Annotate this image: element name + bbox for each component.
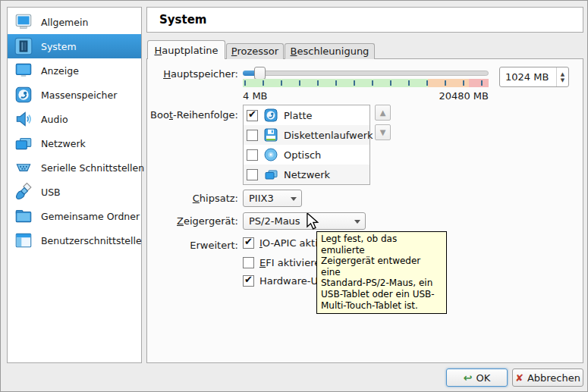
chipset-value: PIIX3	[249, 193, 274, 204]
arrow-down-icon: ▼	[380, 128, 386, 136]
sidebar-item-label: Gemeinsame Ordner	[41, 211, 140, 222]
memory-scale	[243, 79, 489, 87]
efi-checkbox[interactable]	[243, 257, 254, 268]
arrow-up-icon: ▲	[380, 108, 386, 117]
pointing-device-dropdown[interactable]: PS/2-Maus	[243, 212, 366, 230]
sidebar-item-label: Anzeige	[41, 65, 79, 77]
sidebar-item-label: Netzwerk	[41, 138, 86, 149]
spin-down-icon[interactable]: ▼	[557, 77, 568, 83]
cancel-button[interactable]: ✘ Abbrechen	[512, 368, 583, 387]
tab-beschleunigung[interactable]: Beschleunigung	[285, 43, 375, 59]
cancel-x-icon: ✘	[515, 372, 524, 384]
page-title: System	[159, 13, 206, 27]
pointing-device-label: Zeigergerät:	[147, 215, 238, 227]
boot-item-diskettenlaufwerk[interactable]: Diskettenlaufwerk	[244, 125, 369, 145]
sidebar-item-anzeige[interactable]: Anzeige	[8, 58, 141, 83]
chipset-dropdown[interactable]: PIIX3	[243, 190, 302, 207]
cancel-button-label: Abbrechen	[527, 372, 580, 384]
memory-spinbox[interactable]: 1024 MB ▲▼	[499, 67, 569, 87]
general-icon	[14, 12, 33, 32]
advanced-label: Erweitert:	[147, 240, 238, 251]
sidebar-item-label: Serielle Schnittstellen	[41, 162, 144, 174]
user-interface-icon	[14, 230, 33, 250]
sidebar-item-label: System	[41, 41, 77, 52]
sidebar-item-benutzerschnittstelle[interactable]: Benutzerschnittstelle	[8, 228, 141, 252]
hardware-clock-checkbox[interactable]	[243, 275, 254, 287]
pointing-device-value: PS/2-Maus	[249, 215, 300, 227]
boot-move-up-button[interactable]: ▲	[375, 105, 391, 121]
network-icon	[263, 167, 278, 182]
io-apic-checkbox[interactable]	[243, 237, 254, 249]
tab-prozessor[interactable]: Prozessor	[226, 43, 284, 59]
chipset-label: Chipsatz:	[147, 193, 238, 204]
boot-item-optisch[interactable]: Optisch	[244, 145, 369, 165]
memory-spin-buttons[interactable]: ▲▼	[556, 67, 568, 86]
scale-ticks	[244, 80, 487, 86]
mouse-cursor-icon	[306, 213, 321, 230]
pointing-device-tooltip: Legt fest, ob das emulierte Zeigergerät …	[316, 231, 447, 314]
memory-label: Hauptspeicher:	[147, 68, 238, 80]
sidebar-item-label: Audio	[41, 114, 68, 125]
sidebar-item-usb[interactable]: USB	[8, 180, 141, 204]
floppy-icon	[263, 127, 278, 143]
system-icon	[14, 36, 33, 56]
chevron-down-icon	[291, 197, 297, 201]
sidebar-item-massenspeicher[interactable]: Massenspeicher	[8, 83, 141, 107]
sidebar-item-label: Massenspeicher	[41, 89, 117, 101]
ok-arrow-icon: ↩	[464, 372, 473, 384]
sidebar-item-serielle-schnittstellen[interactable]: Serielle Schnittstellen	[8, 155, 141, 180]
storage-icon	[14, 85, 33, 105]
sidebar-item-label: Benutzerschnittstelle	[41, 235, 142, 246]
boot-move-down-button[interactable]: ▼	[375, 124, 391, 140]
hardware-clock-checkbox-row[interactable]: Hardware-Uh	[243, 275, 324, 287]
boot-item-label: Optisch	[284, 149, 321, 161]
ok-button[interactable]: ↩ OK	[446, 368, 508, 387]
page-header: System	[146, 7, 583, 33]
sidebar-item-netzwerk[interactable]: Netzwerk	[8, 131, 141, 155]
hardware-clock-label: Hardware-Uh	[259, 275, 324, 287]
boot-checkbox[interactable]	[247, 130, 258, 141]
boot-item-platte[interactable]: Platte	[244, 105, 369, 125]
boot-checkbox[interactable]	[247, 110, 258, 121]
serial-ports-icon	[14, 158, 33, 177]
motherboard-tab-pane: Hauptspeicher: 4 MB 20480 MB 1024 MB ▲▼ …	[146, 58, 583, 363]
io-apic-checkbox-row[interactable]: IO-APIC aktivi	[243, 237, 326, 249]
memory-value: 1024 MB	[500, 71, 556, 83]
boot-item-label: Netzwerk	[284, 169, 330, 180]
vm-settings-dialog: Allgemein System Anzeige Massenspeicher …	[0, 0, 588, 392]
boot-item-label: Diskettenlaufwerk	[284, 130, 373, 141]
ok-button-label: OK	[476, 372, 490, 384]
settings-category-list: Allgemein System Anzeige Massenspeicher …	[7, 7, 142, 363]
memory-slider[interactable]	[243, 66, 489, 80]
sidebar-item-system[interactable]: System	[8, 34, 141, 58]
slider-handle[interactable]	[254, 67, 266, 80]
boot-item-netzwerk[interactable]: Netzwerk	[244, 165, 369, 184]
boot-order-list: Platte Diskettenlaufwerk Optisch Netzwer…	[243, 105, 370, 185]
sidebar-item-label: USB	[41, 187, 61, 198]
boot-checkbox[interactable]	[247, 169, 258, 180]
sidebar-item-audio[interactable]: Audio	[8, 107, 141, 131]
shared-folders-icon	[14, 206, 33, 226]
usb-icon	[14, 182, 33, 202]
chevron-down-icon	[354, 220, 360, 224]
network-icon	[14, 133, 33, 153]
slider-groove[interactable]	[243, 71, 489, 76]
audio-icon	[14, 109, 33, 129]
efi-checkbox-row[interactable]: EFI aktivieren	[243, 257, 326, 268]
boot-checkbox[interactable]	[247, 149, 258, 161]
tab-hauptplatine[interactable]: Hauptplatine	[147, 40, 225, 59]
display-icon	[14, 61, 33, 80]
sidebar-item-label: Allgemein	[41, 17, 88, 28]
optical-disc-icon	[263, 147, 278, 162]
memory-max-label: 20480 MB	[243, 90, 489, 102]
spin-up-icon[interactable]: ▲	[557, 71, 568, 77]
sidebar-item-gemeinsame-ordner[interactable]: Gemeinsame Ordner	[8, 204, 141, 228]
boot-order-label: Boot-Reihenfolge:	[147, 109, 238, 121]
boot-item-label: Platte	[284, 110, 313, 121]
hard-disk-icon	[263, 108, 278, 123]
sidebar-item-allgemein[interactable]: Allgemein	[8, 10, 141, 34]
